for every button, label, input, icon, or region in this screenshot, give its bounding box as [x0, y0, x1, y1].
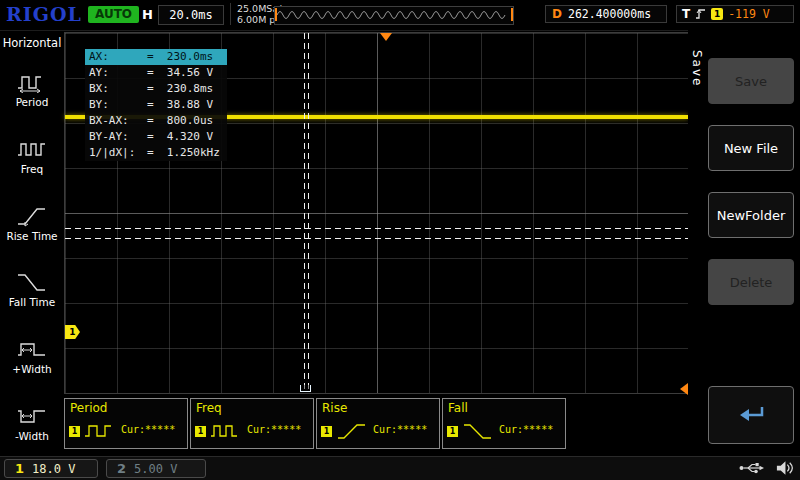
new-folder-button[interactable]: NewFolder: [708, 192, 794, 238]
menu-item-plus-width[interactable]: +Width: [0, 323, 64, 390]
graticule: 1 AX: = 230.0ms AY: = 34.56 V BX: = 230.…: [64, 32, 689, 394]
delay-label: D: [552, 7, 562, 21]
measure-cur: Cur:*****: [499, 424, 553, 436]
horizontal-scale-value: 20.0ms: [158, 5, 224, 25]
cursor-row-value: = 38.88 V: [147, 97, 213, 113]
measure-panel-fall: Fall 1 Cur:***** Avg:***** Max:***** Min…: [442, 398, 566, 449]
period-icon: [15, 70, 49, 94]
period-icon: [83, 421, 117, 441]
trigger-source-chip: 1: [711, 8, 723, 20]
measurement-strip: Period 1 Cur:***** Avg:***** Max:***** M…: [64, 396, 689, 454]
panel-icon-row: 1: [195, 421, 243, 441]
oscilloscope-screen: RIGOL AUTO H 20.0ms 25.0MSa/s 6.00M pts …: [0, 0, 800, 480]
trigger-level-icon: [680, 383, 688, 395]
panel-title: Rise: [322, 401, 347, 415]
channel1-status[interactable]: 1 18.0 V: [4, 459, 98, 478]
measure-panel-period: Period 1 Cur:***** Avg:***** Max:***** M…: [64, 398, 188, 449]
channel-badge: 1: [69, 426, 80, 437]
freq-icon: [15, 137, 49, 161]
measure-menu-title: Horizontal: [0, 30, 64, 56]
trigger-info-group: T 1 -119 V: [676, 5, 794, 23]
panel-icon-row: 1: [447, 421, 495, 441]
cursor-row-label: 1/|dX|:: [89, 145, 147, 161]
trigger-delay-group: D 262.400000ms: [545, 5, 667, 23]
menu-item-label: Rise Time: [6, 231, 57, 242]
bottom-status-bar: 1 18.0 V 2 5.00 V: [0, 456, 800, 480]
cursor-row-value: = 4.320 V: [147, 129, 213, 145]
cursor-row-inv-dx: 1/|dX|: = 1.250kHz: [85, 145, 227, 161]
delete-button[interactable]: Delete: [708, 259, 794, 305]
measure-panel-rise: Rise 1 Cur:***** Avg:***** Max:***** Min…: [316, 398, 440, 449]
menu-item-period[interactable]: Period: [0, 56, 64, 123]
menu-item-label: Freq: [21, 164, 44, 175]
usb-icon: [739, 461, 765, 475]
horizontal-scale-label: H: [142, 7, 153, 22]
back-button[interactable]: [708, 386, 794, 444]
cursor-row-value: = 800.0us: [147, 113, 213, 129]
menu-tab-save: Save: [690, 50, 704, 87]
measure-cur: Cur:*****: [121, 424, 175, 436]
fall-icon: [461, 421, 495, 441]
cursor-row-value: = 34.56 V: [147, 65, 213, 81]
measure-cur: Cur:*****: [373, 424, 427, 436]
channel1-number: 1: [15, 461, 24, 476]
menu-item-label: +Width: [12, 364, 51, 375]
cursor-row-label: AX:: [89, 49, 147, 65]
cursor-row-by: BY: = 38.88 V: [85, 97, 227, 113]
measure-menu: Horizontal Period Freq Rise Time Fall Ti…: [0, 30, 64, 456]
speaker-icon: [775, 460, 794, 476]
return-arrow-icon: [733, 404, 769, 426]
menu-item-label: Fall Time: [9, 297, 55, 308]
cursor-row-value: = 230.8ms: [147, 81, 213, 97]
trigger-label: T: [682, 7, 690, 21]
preview-window-left-marker: [275, 8, 277, 21]
menu-item-freq[interactable]: Freq: [0, 123, 64, 190]
acquisition-status-badge: AUTO: [88, 6, 139, 23]
cursor-by-line[interactable]: [65, 238, 688, 239]
rise-icon: [335, 421, 369, 441]
channel2-scale: 5.00 V: [134, 462, 177, 476]
cursor-row-value: = 1.250kHz: [147, 145, 220, 161]
minus-width-icon: [15, 404, 49, 428]
menu-item-minus-width[interactable]: -Width: [0, 389, 64, 456]
plus-width-icon: [15, 337, 49, 361]
cursor-ax-line[interactable]: [304, 33, 305, 393]
channel2-status[interactable]: 2 5.00 V: [106, 459, 206, 478]
cursor-ay-line[interactable]: [65, 228, 688, 229]
rigol-logo: RIGOL: [6, 3, 82, 25]
measure-cur: Cur:*****: [247, 424, 301, 436]
rise-time-icon: [15, 204, 49, 228]
cursor-row-ay: AY: = 34.56 V: [85, 65, 227, 81]
cursor-row-label: BX-AX:: [89, 113, 147, 129]
fall-time-icon: [15, 270, 49, 294]
channel-badge: 1: [195, 426, 206, 437]
cursor-row-bx-ax: BX-AX: = 800.0us: [85, 113, 227, 129]
cursor-row-bx: BX: = 230.8ms: [85, 81, 227, 97]
menu-item-label: Period: [16, 97, 49, 108]
save-button[interactable]: Save: [708, 58, 794, 104]
freq-icon: [209, 421, 243, 441]
channel-badge: 1: [447, 426, 458, 437]
channel2-number: 2: [117, 461, 126, 476]
channel1-marker: 1: [65, 325, 80, 339]
menu-item-label: -Width: [15, 431, 49, 442]
cursor-row-label: BY-AY:: [89, 129, 147, 145]
cursor-row-by-ay: BY-AY: = 4.320 V: [85, 129, 227, 145]
panel-title: Period: [70, 401, 107, 415]
cursor-row-ax: AX: = 230.0ms: [85, 49, 227, 65]
cursor-row-label: BY:: [89, 97, 147, 113]
trigger-edge-icon: [695, 8, 706, 20]
cursor-handle[interactable]: [300, 385, 311, 392]
new-file-button[interactable]: New File: [708, 125, 794, 171]
delay-value: 262.400000ms: [568, 7, 651, 21]
cursor-row-label: AY:: [89, 65, 147, 81]
cursor-row-label: BX:: [89, 81, 147, 97]
panel-icon-row: 1: [69, 421, 117, 441]
cursor-bx-line[interactable]: [308, 33, 309, 393]
cursor-row-value: = 230.0ms: [147, 49, 213, 65]
menu-item-fall-time[interactable]: Fall Time: [0, 256, 64, 323]
menu-item-rise-time[interactable]: Rise Time: [0, 189, 64, 256]
top-status-bar: RIGOL AUTO H 20.0ms 25.0MSa/s 6.00M pts …: [0, 0, 800, 31]
cursor-readout-box: AX: = 230.0ms AY: = 34.56 V BX: = 230.8m…: [85, 49, 227, 161]
channel1-scale: 18.0 V: [32, 462, 75, 476]
